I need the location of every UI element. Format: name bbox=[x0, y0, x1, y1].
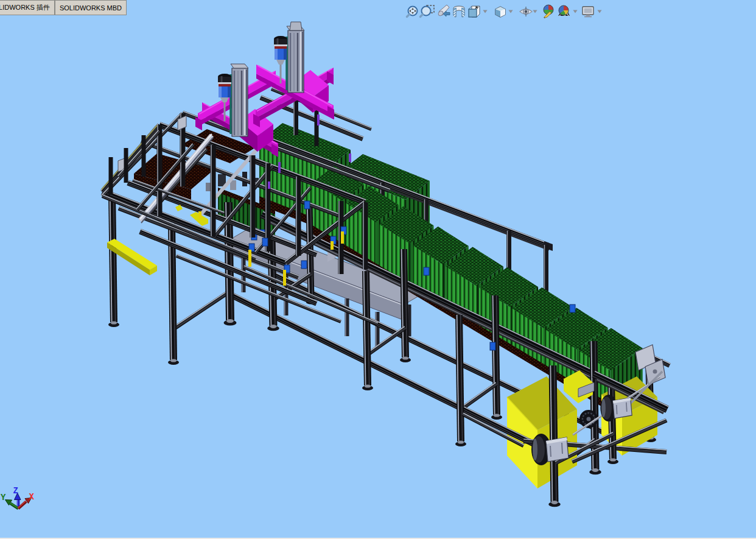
svg-text:X: X bbox=[29, 492, 35, 502]
svg-text:Z: Z bbox=[13, 486, 18, 496]
svg-text:Y: Y bbox=[1, 493, 6, 502]
